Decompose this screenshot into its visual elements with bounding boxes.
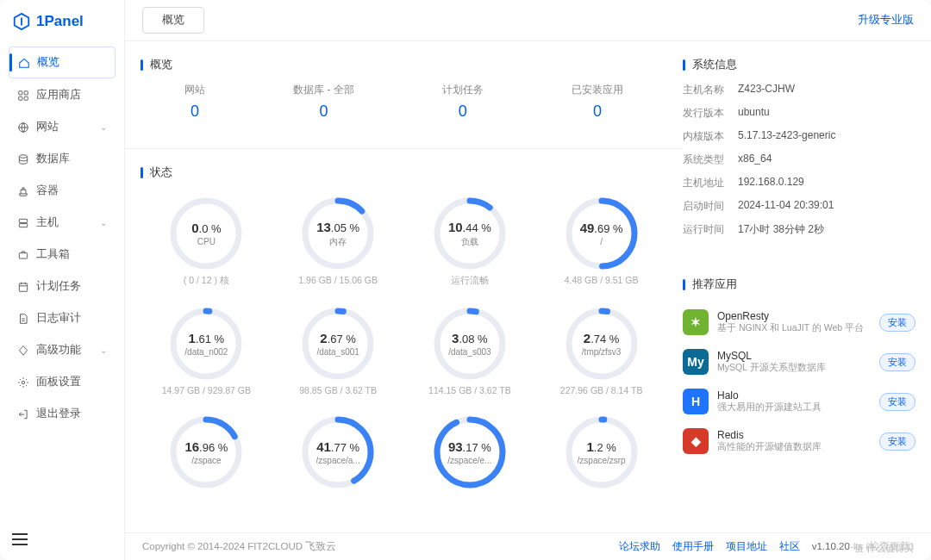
gauge-percent: 13.05 % [316,220,359,234]
gauge-label: /zspace/zsrp [578,456,626,465]
sidebar-item-host[interactable]: 主机⌄ [9,208,116,238]
info-row: 内核版本5.17.13-z423-generic [683,129,915,144]
gauge[interactable]: 41.77 %/zspace/a... [272,409,404,499]
briefcase-icon [17,249,29,261]
footer-link[interactable]: 项目地址 [726,540,767,553]
gauge[interactable]: 1.2 %/zspace/zsrp [535,409,667,499]
app-name: Redis [717,429,871,441]
brand-logo[interactable]: 1Panel [0,0,124,47]
sidebar-item-database[interactable]: 数据库 [9,144,116,174]
gear-icon [17,376,29,389]
install-button[interactable]: 安装 [879,314,915,332]
footer-link[interactable]: 使用手册 [672,540,714,553]
gauge-percent: 41.77 % [316,439,359,454]
calendar-icon [17,281,29,293]
info-value: x86_64 [738,152,915,167]
sidebar-item-label: 计划任务 [36,279,81,294]
app-icon: ✶ [683,309,709,335]
gauge[interactable]: 3.08 %/data_s003 114.15 GB / 3.62 TB [404,301,536,401]
app-icon: ◆ [683,428,709,454]
info-row: 主机地址192.168.0.129 [683,176,915,190]
gauge-label: /data_s001 [316,347,359,357]
globe-icon [17,121,29,134]
sidebar-item-overview[interactable]: 概览 [9,47,116,78]
info-key: 主机名称 [683,83,738,97]
gauge[interactable]: 2.74 %/tmp/zfsv3 227.96 GB / 8.14 TB [535,301,667,401]
ship-icon [17,185,29,197]
sidebar-item-label: 概览 [37,55,59,70]
recommend-card: 推荐应用 ✶ OpenResty基于 NGINX 和 LuaJIT 的 Web … [683,273,915,461]
info-row: 发行版本ubuntu [683,106,915,121]
sidebar-item-container[interactable]: 容器 [9,176,116,206]
install-button[interactable]: 安装 [879,432,915,451]
info-key: 主机地址 [683,176,738,190]
stat-label: 计划任务 [442,83,484,97]
info-value: Z423-CJHW [738,83,915,97]
info-key: 发行版本 [683,106,738,121]
overview-stat[interactable]: 数据库 - 全部0 [293,83,354,121]
diamond-icon [17,345,29,357]
app-item: My MySQLMySQL 开源关系型数据库 安装 [683,342,915,382]
gauge[interactable]: 93.17 %/zspace/e... [404,409,536,499]
svg-rect-0 [19,90,22,94]
content: 概览 网站0数据库 - 全部0计划任务0已安装应用0 状态 0.0 %CPU (… [125,41,931,532]
info-value: 17小时 38分钟 2秒 [738,222,915,237]
app-name: OpenResty [717,310,871,322]
overview-stat[interactable]: 网站0 [184,83,205,121]
info-row: 系统类型x86_64 [683,152,915,167]
app-item: H Halo强大易用的开源建站工具 安装 [683,382,915,421]
gauge[interactable]: 10.44 %负载 运行流畅 [404,190,536,292]
gauge[interactable]: 2.67 %/data_s001 98.85 GB / 3.62 TB [272,301,404,401]
gauge-percent: 2.67 % [320,331,356,345]
gauge-label: CPU [197,237,216,246]
gauge-percent: 1.61 % [189,331,225,345]
brand-text: 1Panel [36,13,84,30]
sidebar-item-toolbox[interactable]: 工具箱 [9,240,116,270]
exit-icon [17,408,29,420]
topbar: 概览 升级专业版 [125,0,931,41]
stack-icon [17,153,29,165]
sidebar-item-settings[interactable]: 面板设置 [9,367,116,397]
sidebar-item-label: 日志审计 [36,311,81,326]
install-button[interactable]: 安装 [879,393,915,411]
gauge-percent: 0.0 % [191,221,221,235]
gauge-meta: 14.97 GB / 929.87 GB [141,385,272,395]
sidebar-item-website[interactable]: 网站⌄ [9,112,116,142]
gauge-meta: 1.96 GB / 15.06 GB [272,275,404,285]
gauge[interactable]: 13.05 %内存 1.96 GB / 15.06 GB [272,190,404,292]
collapse-sidebar-button[interactable] [0,521,124,560]
info-value: 2024-11-04 20:39:01 [738,199,915,214]
sidebar-item-label: 容器 [36,184,59,198]
sidebar-item-label: 应用商店 [36,88,81,103]
svg-point-5 [19,154,27,158]
upgrade-link[interactable]: 升级专业版 [858,13,914,28]
footer-link[interactable]: 论坛求助 [619,540,660,553]
gauge[interactable]: 0.0 %CPU ( 0 / 12 ) 核 [141,190,272,292]
app-name: Halo [717,389,871,401]
sysinfo-title: 系统信息 [683,53,915,83]
gauge-percent: 93.17 % [448,439,491,454]
gauge-meta: 98.85 GB / 3.62 TB [272,385,404,395]
sidebar-item-audit[interactable]: 日志审计 [9,303,116,333]
gauge-label: 负载 [461,236,478,248]
install-button[interactable]: 安装 [879,353,915,371]
gauge[interactable]: 49.69 %/ 4.48 GB / 9.51 GB [535,190,667,292]
gauge[interactable]: 1.61 %/data_n002 14.97 GB / 929.87 GB [141,301,272,401]
sidebar-item-logout[interactable]: 退出登录 [9,399,116,429]
footer-link[interactable]: 社区 [779,540,800,553]
sidebar-item-label: 退出登录 [36,407,81,421]
app-desc: 基于 NGINX 和 LuaJIT 的 Web 平台 [717,322,871,334]
sidebar-item-label: 网站 [36,120,59,134]
gauge-label: / [600,237,603,246]
app-desc: 强大易用的开源建站工具 [717,401,871,414]
overview-stat[interactable]: 已安装应用0 [572,83,623,121]
gauge[interactable]: 16.96 %/zspace [141,409,272,499]
tab-overview[interactable]: 概览 [142,7,204,34]
recommend-title: 推荐应用 [683,273,915,302]
gauge-percent: 3.08 % [452,331,488,345]
sidebar-item-appstore[interactable]: 应用商店 [9,80,116,110]
sidebar-item-cron[interactable]: 计划任务 [9,271,116,302]
sidebar-item-advanced[interactable]: 高级功能⌄ [9,335,116,365]
gauge-percent: 16.96 % [184,439,228,454]
overview-stat[interactable]: 计划任务0 [442,83,484,121]
